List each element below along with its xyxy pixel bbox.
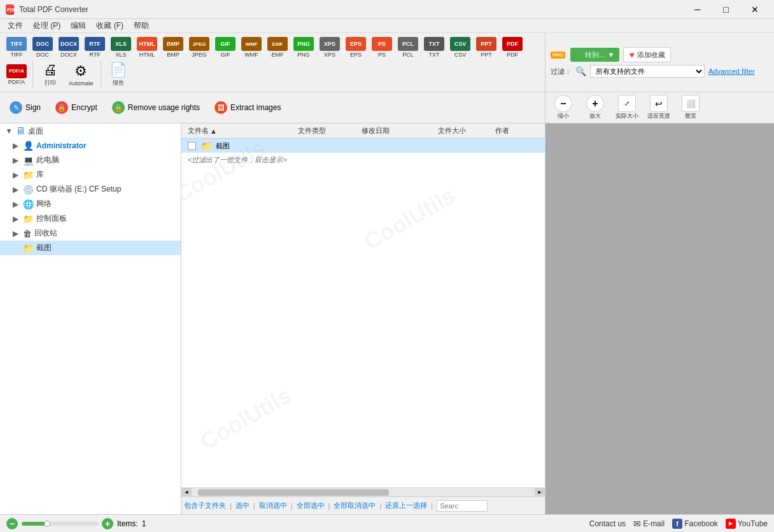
select-link[interactable]: 选中 [236, 501, 250, 510]
sidebar-item-recycle-bin[interactable]: ▶ 🗑 回收站 [0, 226, 181, 241]
sidebar-item-network[interactable]: ▶ 🌐 网络 [0, 197, 181, 211]
screenshots-folder-icon: 📁 [23, 243, 34, 253]
zoom-decrease-button[interactable]: − [6, 518, 18, 529]
pro-badge: PRO [551, 52, 565, 59]
format-csv-button[interactable]: CSV CSV [447, 36, 473, 59]
format-xps-button[interactable]: XPS XPS [317, 36, 342, 59]
sidebar-item-screenshots[interactable]: 📁 截图 [0, 241, 181, 255]
table-row[interactable]: 📁 截图 [181, 139, 545, 153]
scrollbar-thumb[interactable] [198, 489, 389, 496]
zoom-slider[interactable] [22, 522, 98, 526]
contact-us-link[interactable]: Contact us [589, 519, 626, 528]
svg-text:✎: ✎ [13, 104, 19, 111]
sidebar-item-computer[interactable]: ▶ 💻 此电脑 [0, 153, 181, 167]
format-html-button[interactable]: HTML HTML [134, 36, 160, 59]
menu-file[interactable]: 文件 [3, 19, 28, 32]
format-txt-button[interactable]: TXT TXT [421, 36, 447, 59]
format-doc-button[interactable]: DOC DOC [30, 36, 55, 59]
restore-prev-link[interactable]: 还原上一选择 [385, 501, 427, 510]
column-author[interactable]: 作者 [491, 126, 542, 136]
minimize-button[interactable]: ─ [683, 0, 712, 19]
user-icon: 👤 [23, 141, 34, 151]
expand-icon: ▶ [13, 185, 20, 194]
sidebar-item-control-panel[interactable]: ▶ 📁 控制面板 [0, 211, 181, 226]
actual-size-button[interactable]: ⤢ 实际大小 [613, 95, 641, 120]
remove-rights-button[interactable]: 🔓 Remove usage rights [106, 99, 205, 116]
scroll-right-button[interactable]: ► [535, 488, 545, 496]
format-pdf-button[interactable]: PDF PDF [500, 36, 525, 59]
format-png-button[interactable]: PNG PNG [291, 36, 316, 59]
sidebar-item-desktop[interactable]: ▼ 🖥 桌面 [0, 123, 181, 139]
format-docx-button[interactable]: DOCX DOCX [56, 36, 81, 59]
encrypt-button[interactable]: 🔒 Encrypt [50, 99, 102, 116]
zoom-in-button[interactable]: + 放大 [581, 95, 609, 120]
items-count: 1 [142, 519, 146, 528]
format-gif-button[interactable]: GIF GIF [213, 36, 238, 59]
format-bmp-button[interactable]: BMP BMP [160, 36, 186, 59]
filter-icon: 🔍 [575, 66, 586, 76]
scroll-left-button[interactable]: ◄ [181, 488, 192, 496]
sidebar-item-library[interactable]: ▶ 📁 库 [0, 167, 181, 182]
control-panel-icon: 📁 [23, 214, 34, 224]
email-link[interactable]: ✉ E-mail [633, 519, 665, 529]
maximize-button[interactable]: □ [712, 0, 740, 19]
expand-icon: ▶ [13, 214, 20, 223]
youtube-link[interactable]: ▶ YouTube [726, 519, 768, 529]
filter-select[interactable]: 所有支持的文件 [590, 65, 705, 78]
format-rtf-button[interactable]: RTF RTF [82, 36, 108, 59]
format-xls-button[interactable]: XLS XLS [108, 36, 134, 59]
format-ps-button[interactable]: PS PS [369, 36, 395, 59]
format-wmf-button[interactable]: WMF WMF [239, 36, 264, 59]
automate-icon: ⚙ [74, 63, 87, 80]
select-all-link[interactable]: 全部选中 [297, 501, 325, 510]
format-pcl-button[interactable]: PCL PCL [395, 36, 421, 59]
search-input[interactable] [437, 500, 488, 512]
menu-help[interactable]: 帮助 [129, 19, 154, 32]
report-icon: 📄 [109, 62, 127, 78]
close-button[interactable]: ✕ [740, 0, 769, 19]
column-size[interactable]: 文件大小 [434, 126, 491, 136]
zoom-out-button[interactable]: − 缩小 [549, 95, 577, 120]
deselect-link[interactable]: 取消选中 [259, 501, 287, 510]
facebook-icon: f [672, 519, 682, 529]
deselect-all-link[interactable]: 全部取消选中 [334, 501, 376, 510]
full-page-button[interactable]: ⬜ 整页 [677, 95, 705, 120]
full-page-icon: ⬜ [682, 95, 700, 112]
menubar: 文件 处理 (P) 编辑 收藏 (F) 帮助 [0, 19, 774, 33]
sidebar-item-cd-drive[interactable]: ▶ 💿 CD 驱动器 (E:) CF Setup [0, 182, 181, 197]
format-jpeg-button[interactable]: JPEG JPEG [186, 36, 212, 59]
menu-process[interactable]: 处理 (P) [28, 19, 66, 32]
format-emf-button[interactable]: EMF EMF [265, 36, 290, 59]
statusbar: − + Items: 1 Contact us ✉ E-mail f Faceb… [0, 514, 774, 532]
include-subfolders-link[interactable]: 包含子文件夹 [184, 501, 226, 510]
format-eps-button[interactable]: EPS EPS [343, 36, 369, 59]
facebook-link[interactable]: f Facebook [672, 519, 718, 529]
fit-width-icon: ↩ [650, 95, 668, 112]
column-filetype[interactable]: 文件类型 [294, 126, 358, 136]
advanced-filter-button[interactable]: Advanced filter [708, 67, 755, 75]
file-list-area: 文件名 ▲ 文件类型 修改日期 文件大小 作者 [181, 123, 545, 514]
extract-images-button[interactable]: 🖼 Extract images [209, 99, 286, 116]
zoom-out-icon: − [554, 95, 572, 112]
column-date[interactable]: 修改日期 [358, 126, 434, 136]
automate-button[interactable]: ⚙ Automate [65, 61, 97, 88]
print-button[interactable]: 🖨 打印 [36, 60, 64, 89]
toolbar-separator-2 [101, 60, 101, 88]
sign-button[interactable]: ✎ Sign [4, 99, 46, 116]
report-button[interactable]: 📄 报告 [104, 60, 132, 89]
format-ppt-button[interactable]: PPT PPT [474, 36, 499, 59]
format-pdfa-button[interactable]: PDF/A PDF/A [4, 63, 29, 87]
bookmark-button[interactable]: ♥ 添加收藏 [623, 47, 670, 62]
menu-favorites[interactable]: 收藏 (F) [91, 19, 129, 32]
row-checkbox[interactable] [188, 142, 196, 150]
sidebar-item-administrator[interactable]: ▶ 👤 Administrator [0, 139, 181, 153]
horizontal-scrollbar[interactable]: ◄ ► [181, 487, 545, 496]
fit-width-button[interactable]: ↩ 适应宽度 [645, 95, 673, 120]
expand-icon: ▶ [13, 141, 20, 150]
column-filename[interactable]: 文件名 ▲ [184, 126, 294, 136]
menu-edit[interactable]: 编辑 [66, 19, 91, 32]
zoom-increase-button[interactable]: + [102, 518, 113, 529]
preview-panel [545, 123, 774, 514]
format-tiff-button[interactable]: TIFF TIFF [4, 36, 29, 59]
convert-button[interactable]: ▶ 转到... ▼ [570, 48, 619, 62]
